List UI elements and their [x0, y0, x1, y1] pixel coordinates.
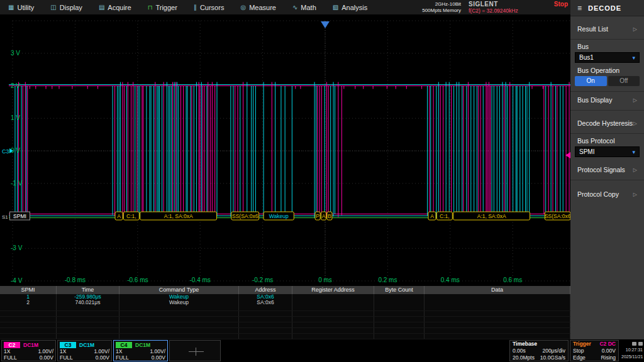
channel-offset: 0.00V [152, 354, 165, 361]
menu-cursors[interactable]: ∥Cursors [186, 0, 233, 14]
protocol-select[interactable]: SPMI ▾ [575, 146, 640, 157]
bus-off-button[interactable]: Off [608, 76, 640, 86]
crosshair-icon [189, 348, 204, 356]
table-cell [239, 322, 292, 327]
bus-select[interactable]: Bus1 ▾ [575, 52, 640, 63]
x-axis-label: -0.8 ms [65, 277, 86, 283]
result-list-button[interactable]: Result List ▷ [570, 23, 644, 35]
table-cell [239, 305, 292, 310]
table-cell: 740.021μs [57, 300, 119, 305]
bus-on-button[interactable]: On [575, 76, 607, 86]
x-axis-label: 0.4 ms [441, 277, 460, 283]
measure-icon: ◎ [240, 4, 246, 11]
trigger-position-marker[interactable] [321, 21, 330, 28]
y-axis-label: -3 V [11, 244, 23, 251]
run-state-badge[interactable]: Stop [554, 1, 568, 8]
expand-icon: ▷ [633, 97, 637, 103]
table-row-empty [0, 322, 570, 328]
timebase-delay: 0.00s [513, 348, 526, 354]
protocol-copy-button[interactable]: Protocol Copy ▷ [570, 188, 644, 200]
table-cell [374, 305, 425, 310]
table-cell [57, 328, 119, 333]
table-cell [57, 322, 119, 327]
table-cell [0, 305, 57, 310]
oscilloscope-screen: AC:1, A:1, SA:0xASS(SA:0x6WakeupPABAC:1,… [0, 0, 644, 362]
divider [570, 133, 644, 134]
menu-utility[interactable]: ▦Utility [0, 0, 42, 14]
clock-time: 10:27:31 [621, 346, 643, 353]
table-cell [57, 311, 119, 316]
channel-bandwidth: FULL [4, 354, 17, 361]
channel-box-c3[interactable]: C3DC1M1X1.00V/FULL0.00V [57, 340, 112, 361]
table-row-empty [0, 311, 570, 317]
timebase-panel[interactable]: Timebase 0.00s200μs/div 20.0Mpts10.0GSa/… [509, 340, 569, 361]
bus-index-label: S1 [2, 214, 8, 220]
timebase-title: Timebase [513, 341, 537, 348]
table-cell [425, 311, 570, 316]
menu-trigger[interactable]: ⊓Trigger [140, 0, 186, 14]
table-cell: SA:0x6 [239, 300, 292, 305]
menu-items: ▦Utility◫Display▤Acquire⊓Trigger∥Cursors… [0, 0, 375, 14]
decode-annotation-label: A [322, 213, 326, 219]
trigger-title: Trigger [573, 341, 591, 348]
protocol-signals-button[interactable]: Protocol Signals ▷ [570, 163, 644, 176]
trigger-slope: Rising [601, 354, 616, 361]
column-header: Command Type [119, 286, 239, 294]
column-header: SPMI [0, 286, 57, 294]
timebase-samplerate: 10.0GSa/s [540, 354, 565, 361]
menu-measure[interactable]: ◎Measure [232, 0, 284, 14]
protocol-copy-label: Protocol Copy [577, 190, 619, 198]
divider [570, 39, 644, 40]
result-list-label: Result List [577, 25, 608, 33]
table-cell: -259.980μs [57, 294, 119, 300]
y-axis-label: 2 V [11, 82, 20, 89]
menu-math[interactable]: ∿Math [284, 0, 325, 14]
channel-coupling: DC1M [23, 342, 38, 348]
table-row[interactable]: 2740.021μsWakeupSA:0x6 [0, 300, 570, 305]
table-cell [374, 317, 425, 322]
bus-display-button[interactable]: Bus Display ▷ [570, 94, 644, 106]
table-row-empty [0, 317, 570, 322]
table-cell [0, 311, 57, 316]
expand-icon: ▷ [633, 192, 637, 197]
acquisition-status: 2GHz-10Bit 500Mpts Memory SIGLENT Stop f… [422, 1, 570, 14]
trigger-icon: ⊓ [148, 4, 153, 11]
channel-coupling: DC1M [135, 342, 150, 348]
table-cell [374, 311, 425, 316]
table-cell [374, 334, 425, 339]
trigger-mode: Stop [573, 348, 584, 354]
adc-bits-label: 2GHz-10Bit [422, 1, 461, 8]
channel-box-c4[interactable]: C4DC1M1X1.00V/FULL0.00V [113, 340, 168, 361]
table-cell [292, 294, 374, 300]
table-cell [425, 305, 570, 310]
menu-analysis[interactable]: ▧Analysis [325, 0, 375, 14]
table-cell: Wakeup [119, 294, 239, 300]
math-icon: ∿ [292, 4, 297, 11]
table-cell [292, 305, 374, 310]
empty-channel-slot[interactable] [169, 340, 221, 361]
decode-hysteresis-button[interactable]: Decode Hysteresis ▷ [570, 117, 644, 129]
menu-acquire[interactable]: ▤Acquire [91, 0, 140, 14]
table-row[interactable]: 1-259.980μsWakeupSA:0x6 [0, 294, 570, 300]
panel-header[interactable]: ≡ DECODE [570, 0, 644, 16]
trigger-panel[interactable]: TriggerC2 DC Stop0.00V EdgeRising [570, 340, 619, 361]
panel-title: DECODE [588, 4, 621, 12]
table-cell [239, 328, 292, 333]
decode-annotation-label: C:1, [126, 213, 136, 219]
bus-display-label: Bus Display [577, 96, 612, 104]
table-cell [425, 317, 570, 322]
table-cell [292, 311, 374, 316]
table-cell [425, 328, 570, 333]
trigger-type: Edge [573, 354, 586, 361]
menu-display[interactable]: ◫Display [42, 0, 91, 14]
column-header: Time [57, 286, 119, 294]
bus-name-label: SPMI [13, 213, 26, 219]
menu-label: Cursors [200, 4, 225, 11]
decode-annotation-label: Wakeup [269, 213, 289, 219]
channel-scale: 1.00V/ [38, 348, 53, 354]
channel-box-c2[interactable]: C2DC1M1X1.00V/FULL0.00V [1, 340, 56, 361]
table-cell [425, 300, 570, 305]
channel-coupling: DC1M [79, 342, 94, 348]
y-axis-label: 1 V [11, 114, 20, 121]
menu-label: Measure [249, 4, 276, 11]
